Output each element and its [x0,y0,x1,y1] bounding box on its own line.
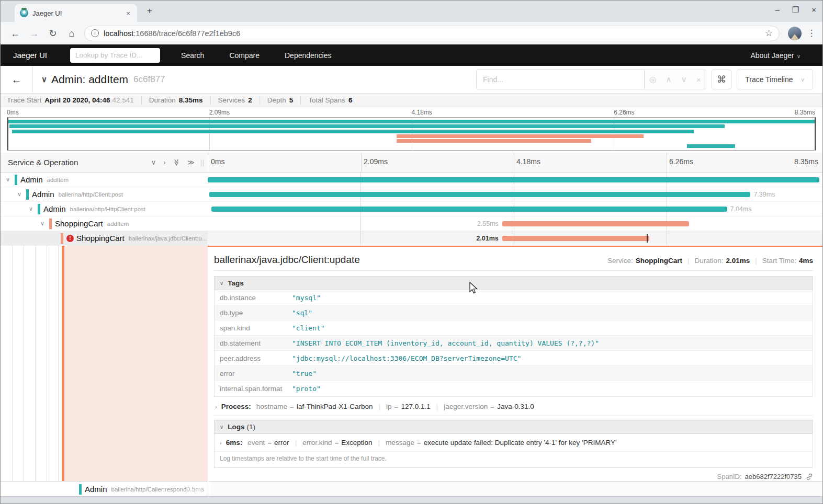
timeline-gridline [208,482,208,496]
span-timeline-cell[interactable] [208,173,822,187]
span-tree-item[interactable]: ∨AdminaddItem [1,173,208,187]
stat-label: Total Spans [308,96,345,104]
trace-back-button[interactable]: ← [1,66,33,93]
about-jaeger-menu[interactable]: About Jaeger∨ [750,51,801,60]
tags-section-header[interactable]: ∨ Tags [214,276,813,290]
span-row-5[interactable]: Adminballerina/http/Caller:respond0.5ms [1,482,211,497]
span-row-0[interactable]: ∨AdminaddItem [1,173,822,187]
tag-row[interactable]: error"true" [215,366,813,381]
next-match-icon[interactable]: ∨ [681,75,687,84]
tag-key: db.statement [220,339,292,347]
browser-menu-icon[interactable]: ⋮ [806,28,817,39]
chevron-down-icon[interactable]: ∨ [40,220,44,227]
collapse-all-icon[interactable]: ≫ [173,159,181,166]
span-tree-item[interactable]: Adminballerina/http/Caller:respond [1,482,208,496]
span-duration-bar[interactable] [502,236,649,241]
minimap-canvas[interactable] [7,117,816,151]
span-timeline-track: 2.01ms [208,231,819,245]
trace-stat-4: Total Spans6 [300,96,352,104]
profile-avatar[interactable] [788,27,802,40]
tag-row[interactable]: internal.span.format"proto" [215,381,813,396]
span-duration-bar[interactable] [211,207,727,212]
bookmark-star-icon[interactable]: ☆ [765,28,773,39]
chevron-down-icon[interactable]: ∨ [6,176,10,183]
tag-row[interactable]: db.type"sql" [215,305,813,320]
column-resize-grip[interactable]: || [200,159,205,166]
kv-divider: | [378,439,380,446]
kv-divider: | [295,439,297,446]
browser-toolbar: ← → ↻ ⌂ i localhost:16686/trace/6c6f877e… [1,22,822,44]
logs-section-header[interactable]: ∨ Logs (1) [214,420,813,434]
span-timeline-track [208,173,819,187]
span-timeline-cell[interactable]: 2.55ms [208,216,822,231]
new-tab-button[interactable]: + [143,5,156,18]
jaeger-brand[interactable]: Jaeger UI [13,51,47,60]
meta-label: Service: [607,257,633,265]
span-duration-bar[interactable] [502,221,689,226]
home-icon[interactable]: ⌂ [64,26,80,41]
find-input[interactable] [476,70,645,89]
page-info-icon[interactable]: i [91,29,99,37]
deep-link-icon[interactable] [806,473,813,480]
span-tree-item[interactable]: ∨ShoppingCartaddItem [1,216,208,231]
nav-item-search[interactable]: Search [181,51,204,60]
span-duration-bar[interactable] [209,192,751,197]
browser-window: Jaeger UI × + – ❐ × ← → ↻ ⌂ i localhost:… [0,0,823,504]
forward-icon[interactable]: → [26,26,42,41]
prev-match-icon[interactable]: ∧ [666,75,672,84]
browser-tab[interactable]: Jaeger UI × [15,4,137,22]
log-entry-row[interactable]: › 6ms: event=error|error.kind=Exception|… [215,434,813,452]
tag-row[interactable]: span.kind"client" [215,320,813,336]
tab-close-icon[interactable]: × [123,9,133,17]
span-detail-left-strip [1,246,208,481]
chevron-down-icon[interactable]: ∨ [17,191,21,198]
kv-equals: = [267,439,272,446]
tag-row[interactable]: db.statement"INSERT INTO ECOM_ITEM (inve… [215,336,813,351]
clear-find-icon[interactable]: × [696,75,701,84]
keyboard-shortcuts-button[interactable]: ⌘ [712,70,731,89]
tag-value: "jdbc:mysql://localhost:3306/ECOM_DB?ser… [292,354,521,362]
url-path: :16686/trace/6c6f877e2f1eb9c6 [133,29,240,38]
minimap-tick-label: 0ms [7,109,19,116]
expand-all-icon[interactable]: ≫ [187,158,195,166]
kv-divider: | [436,403,438,410]
span-row-4[interactable]: !ShoppingCartballerinax/java.jdbc/Client… [1,231,822,246]
minimap-span-bar [9,124,725,128]
window-maximize-button[interactable]: ❐ [792,5,799,15]
back-icon[interactable]: ← [7,26,23,41]
tag-row[interactable]: peer.address"jdbc:mysql://localhost:3306… [215,351,813,366]
minimap-span-bar [7,120,816,123]
span-timeline-cell[interactable]: 7.04ms [208,202,822,216]
trace-collapse-icon[interactable]: ∨ [41,75,47,84]
expand-one-icon[interactable]: › [163,158,165,166]
span-row-3[interactable]: ∨ShoppingCartaddItem2.55ms [1,216,822,231]
process-row[interactable]: › Process: hostname=laf-ThinkPad-X1-Carb… [214,398,813,416]
span-row-2[interactable]: ∨Adminballerina/http/HttpClient:post7.04… [1,202,822,216]
span-tree-item[interactable]: ∨Adminballerina/http/Client:post [1,187,208,201]
span-timeline-cell[interactable]: 7.39ms [208,187,822,201]
span-tree-item[interactable]: ∨Adminballerina/http/HttpClient:post [1,202,208,216]
span-tree-item[interactable]: !ShoppingCartballerinax/java.jdbc/Client… [1,231,208,245]
stat-label: Duration [149,96,176,104]
span-timeline-cell[interactable]: 0.5ms [208,482,211,496]
chevron-down-icon[interactable]: ∨ [29,205,33,212]
window-close-button[interactable]: × [811,5,816,15]
span-duration-label: 0.5ms [186,486,204,493]
service-color-bar [49,219,52,229]
stat-value: 5 [289,96,294,104]
url-bar[interactable]: i localhost:16686/trace/6c6f877e2f1eb9c6… [84,26,780,41]
window-minimize-button[interactable]: – [775,5,779,15]
kv-value: error [274,439,289,446]
nav-item-compare[interactable]: Compare [229,51,260,60]
reload-icon[interactable]: ↻ [45,26,61,41]
span-timeline-cell[interactable]: 2.01ms [208,231,822,245]
locate-match-icon[interactable]: ◎ [649,75,656,84]
tag-row[interactable]: db.instance"mysql" [215,290,813,305]
nav-item-dependencies[interactable]: Dependencies [285,51,332,60]
trace-view-select[interactable]: Trace Timeline ∨ [737,70,813,89]
collapse-one-icon[interactable]: ∨ [151,158,156,166]
find-controls: ◎∧∨× [645,70,706,89]
span-row-1[interactable]: ∨Adminballerina/http/Client:post7.39ms [1,187,822,202]
trace-id-lookup-input[interactable] [70,48,160,63]
span-duration-bar[interactable] [208,177,819,182]
